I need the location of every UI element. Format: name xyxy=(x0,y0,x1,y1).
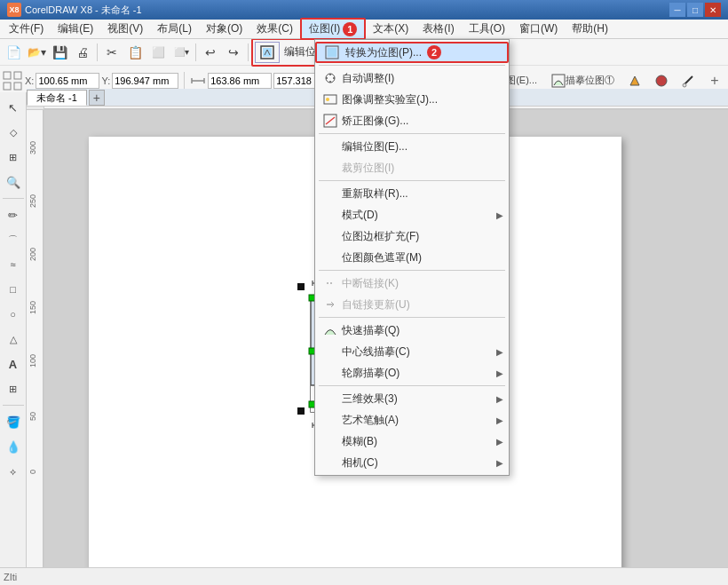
zoom-tool[interactable]: 🔍 xyxy=(2,170,25,194)
resample-icon xyxy=(322,186,338,202)
open-button[interactable]: 📂▾ xyxy=(26,42,47,63)
window-title: CorelDRAW X8 - 未命名 -1 xyxy=(25,4,669,17)
crop-tool[interactable]: ⊞ xyxy=(2,146,25,169)
redo-button[interactable]: ↪ xyxy=(223,42,244,63)
menu-window[interactable]: 窗口(W) xyxy=(512,20,565,38)
color-picker-button[interactable] xyxy=(677,70,699,91)
menu-effects[interactable]: 效果(C) xyxy=(249,20,300,38)
tab-page1[interactable]: 未命名 -1 xyxy=(27,90,87,106)
menu-layout[interactable]: 布局(L) xyxy=(150,20,199,38)
fill-tool[interactable]: 🪣 xyxy=(2,410,25,433)
menu-bitmap-badge: 1 xyxy=(343,22,357,36)
menu-item-color-mask[interactable]: 位图颜色遮罩(M) xyxy=(315,247,509,268)
trace-bitmap-button[interactable]: 描摹位图① xyxy=(547,70,619,91)
menu-view[interactable]: 视图(V) xyxy=(100,20,150,38)
ruler-left: 300 250 200 150 100 50 0 xyxy=(27,110,44,567)
menu-edit[interactable]: 编辑(E) xyxy=(51,20,100,38)
menu-item-3d-effects[interactable]: 三维效果(3) ▶ xyxy=(315,388,509,409)
svg-rect-52 xyxy=(297,407,305,415)
color-mask-icon xyxy=(322,249,338,265)
menu-file[interactable]: 文件(F) xyxy=(2,20,51,38)
camera-arrow: ▶ xyxy=(496,458,503,468)
y-input[interactable] xyxy=(112,73,178,89)
color-tool-button[interactable] xyxy=(624,70,645,91)
menu-item-update-link: 自链接更新(U) xyxy=(315,294,509,315)
straighten-icon xyxy=(322,113,338,129)
copy-button[interactable]: 📋 xyxy=(124,42,146,63)
edit-bitmap-icon xyxy=(322,138,338,154)
svg-text:200: 200 xyxy=(28,248,37,261)
paste-button[interactable]: ⬜ xyxy=(147,42,169,63)
add-effect-button[interactable]: + xyxy=(704,70,725,91)
menu-item-camera[interactable]: 相机(C) ▶ xyxy=(315,452,509,473)
freehand-tool[interactable]: ✏ xyxy=(2,203,25,226)
table-tool[interactable]: ⊞ xyxy=(2,377,25,400)
art-strokes-icon xyxy=(322,412,338,428)
select-tool[interactable]: ↖ xyxy=(2,96,25,119)
y-label: Y: xyxy=(101,75,110,86)
menu-text[interactable]: 文本(X) xyxy=(366,20,415,38)
menu-item-image-lab[interactable]: 图像调整实验室(J)... xyxy=(315,89,509,110)
cut-button[interactable]: ✂ xyxy=(101,42,123,63)
interactive-tool[interactable]: ⟡ xyxy=(2,460,25,483)
eye-dropper-tool[interactable]: 💧 xyxy=(2,435,25,458)
parallel-tool[interactable]: ≈ xyxy=(2,253,25,276)
blur-arrow: ▶ xyxy=(496,437,503,447)
print-button[interactable]: 🖨 xyxy=(72,42,93,63)
menu-item-blur[interactable]: 模糊(B) ▶ xyxy=(315,431,509,452)
sep-d6 xyxy=(319,385,505,386)
text-tool[interactable]: A xyxy=(2,352,25,376)
color-fill-button[interactable] xyxy=(651,70,672,91)
svg-rect-7 xyxy=(14,72,21,79)
menu-item-centerline-trace[interactable]: 中心线描摹(C) ▶ xyxy=(315,341,509,362)
sep2 xyxy=(195,43,196,61)
outline-icon xyxy=(322,365,338,381)
menu-item-resample[interactable]: 重新取样(R)... xyxy=(315,183,509,204)
save-button[interactable]: 💾 xyxy=(49,42,70,63)
menu-item-outline-trace[interactable]: 轮廓描摹(O) ▶ xyxy=(315,362,509,383)
new-button[interactable]: 📄 xyxy=(3,42,24,63)
menu-bitmap[interactable]: 位图(I) 1 xyxy=(300,18,366,40)
circle-tool[interactable]: ○ xyxy=(2,303,25,326)
sep-d2 xyxy=(319,133,505,134)
menu-item-expand-frame[interactable]: 位图边框扩充(F) xyxy=(315,225,509,247)
width-input[interactable] xyxy=(208,73,272,89)
tab-add-button[interactable]: + xyxy=(89,90,105,106)
status-bar: ZIti xyxy=(0,567,728,585)
menu-object[interactable]: 对象(O) xyxy=(199,20,249,38)
image-lab-icon xyxy=(322,91,338,107)
menu-item-convert-bitmap[interactable]: 转换为位图(P)... 2 xyxy=(315,42,509,63)
status-text: ZIti xyxy=(4,572,17,582)
close-button[interactable]: ✕ xyxy=(705,3,721,17)
maximize-button[interactable]: □ xyxy=(687,3,703,17)
size-icon xyxy=(190,73,206,89)
sep3 xyxy=(248,43,249,61)
x-input[interactable] xyxy=(36,73,99,89)
menu-item-auto-adjust[interactable]: 自动调整(I) xyxy=(315,67,509,89)
menu-item-mode[interactable]: 模式(D) ▶ xyxy=(315,204,509,225)
blur-icon xyxy=(322,433,338,449)
pen-tool[interactable]: ⌒ xyxy=(2,228,25,251)
shape-tool[interactable]: ◇ xyxy=(2,121,25,144)
minimize-button[interactable]: ─ xyxy=(669,3,685,17)
menu-item-art-strokes[interactable]: 艺术笔触(A) ▶ xyxy=(315,409,509,431)
menu-item-edit-bitmap[interactable]: 编辑位图(E)... xyxy=(315,136,509,157)
title-bar: X8 CorelDRAW X8 - 未命名 -1 ─ □ ✕ xyxy=(0,0,728,20)
menu-item-straighten[interactable]: 矫正图像(G)... xyxy=(315,110,509,131)
menu-table[interactable]: 表格(I) xyxy=(415,20,461,38)
paste-special-button[interactable]: ⬜▾ xyxy=(170,42,192,63)
menu-item-quick-trace[interactable]: 快速描摹(Q) xyxy=(315,320,509,341)
undo-button[interactable]: ↩ xyxy=(200,42,221,63)
bitmap-dropdown-menu: 转换为位图(P)... 2 自动调整(I) 图像调整实验室(J)... 矫正图像… xyxy=(314,39,510,476)
menu-help[interactable]: 帮助(H) xyxy=(565,20,615,38)
rect-tool[interactable]: □ xyxy=(2,278,25,301)
update-link-icon xyxy=(322,296,338,312)
window-controls: ─ □ ✕ xyxy=(669,3,721,17)
menu-tools[interactable]: 工具(O) xyxy=(462,20,512,38)
svg-line-75 xyxy=(326,117,335,124)
import-bitmap-button[interactable] xyxy=(255,42,280,63)
camera-icon xyxy=(322,455,338,470)
svg-text:250: 250 xyxy=(28,194,37,208)
polygon-tool[interactable]: △ xyxy=(2,328,25,351)
sep-d1 xyxy=(319,65,505,66)
